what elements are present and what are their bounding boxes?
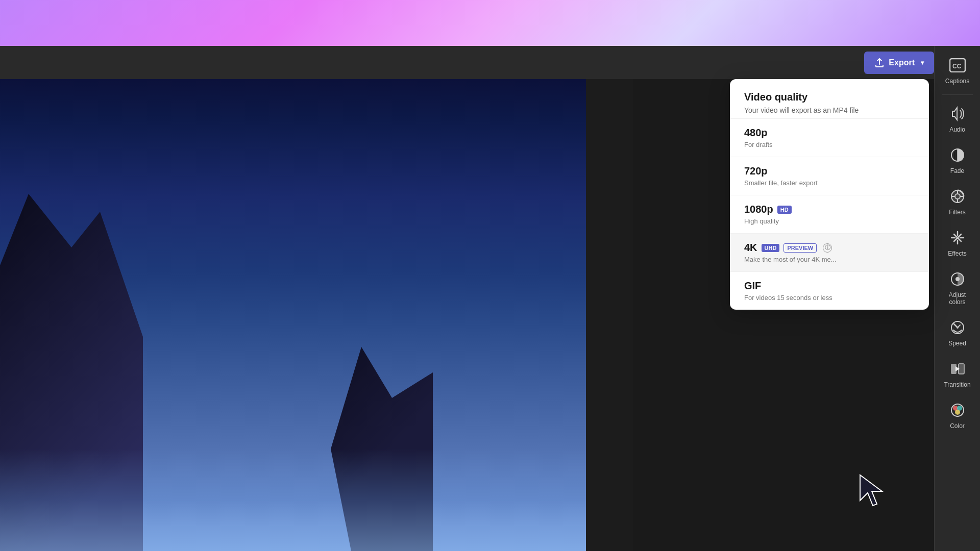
- captions-label: Captions: [945, 78, 969, 85]
- speed-icon: [948, 318, 967, 337]
- quality-option-4k[interactable]: 4K UHD PREVIEW ⓘ Make the most of your 4…: [730, 233, 929, 271]
- right-sidebar: CC Captions Audio Fade: [934, 46, 980, 551]
- cc-icon: CC: [948, 56, 967, 74]
- svg-point-19: [955, 277, 960, 281]
- audio-label: Audio: [949, 126, 965, 133]
- quality-name-480p: 480p: [744, 127, 915, 139]
- dropdown-title: Video quality: [744, 91, 915, 103]
- filters-label: Filters: [949, 209, 966, 216]
- preview-badge: PREVIEW: [783, 243, 817, 253]
- info-icon[interactable]: ⓘ: [823, 243, 832, 253]
- adjust-colors-icon: [948, 270, 967, 288]
- transition-icon: [948, 360, 967, 378]
- export-button[interactable]: Export ▾: [864, 52, 934, 74]
- fade-icon: [948, 146, 967, 164]
- quality-desc-1080p: High quality: [744, 217, 915, 225]
- filters-icon: [948, 187, 967, 206]
- effects-label: Effects: [948, 250, 966, 257]
- quality-desc-480p: For drafts: [744, 141, 915, 148]
- quality-desc-4k: Make the most of your 4K me...: [744, 256, 915, 263]
- transition-label: Transition: [944, 381, 970, 388]
- sidebar-item-fade[interactable]: Fade: [937, 141, 978, 180]
- sidebar-item-color[interactable]: Color: [937, 396, 978, 435]
- dropdown-header: Video quality Your video will export as …: [730, 79, 929, 118]
- header-toolbar: Export ▾: [0, 46, 980, 79]
- editor-area: [0, 46, 633, 551]
- sidebar-item-adjust-colors[interactable]: Adjust colors: [937, 265, 978, 311]
- svg-point-21: [957, 327, 959, 329]
- export-label: Export: [889, 58, 915, 67]
- quality-option-480p[interactable]: 480p For drafts: [730, 118, 929, 157]
- cursor-arrow: [857, 472, 888, 510]
- effects-icon: [948, 229, 967, 247]
- fade-label: Fade: [950, 167, 964, 174]
- sidebar-item-effects[interactable]: Effects: [937, 223, 978, 262]
- quality-name-720p: 720p: [744, 165, 915, 177]
- color-icon: [948, 401, 967, 419]
- upload-icon: [874, 58, 885, 68]
- waves: [0, 449, 586, 551]
- quality-name-gif: GIF: [744, 280, 915, 292]
- sidebar-item-speed[interactable]: Speed: [937, 313, 978, 352]
- quality-option-1080p[interactable]: 1080p HD High quality: [730, 195, 929, 233]
- sidebar-divider-1: [942, 94, 973, 95]
- color-label: Color: [950, 422, 965, 430]
- sidebar-item-filters[interactable]: Filters: [937, 182, 978, 221]
- audio-icon: [948, 105, 967, 123]
- sidebar-item-captions[interactable]: CC Captions: [937, 51, 978, 90]
- quality-name-4k: 4K UHD PREVIEW ⓘ: [744, 242, 915, 254]
- quality-name-1080p: 1080p HD: [744, 204, 915, 215]
- quality-desc-gif: For videos 15 seconds or less: [744, 294, 915, 302]
- sidebar-item-transition[interactable]: Transition: [937, 355, 978, 393]
- speed-label: Speed: [948, 340, 966, 347]
- ocean-scene: [0, 46, 586, 551]
- hd-badge: HD: [777, 206, 792, 214]
- quality-option-gif[interactable]: GIF For videos 15 seconds or less: [730, 271, 929, 310]
- video-preview: [0, 46, 586, 551]
- adjust-colors-label: Adjust colors: [941, 291, 974, 306]
- quality-option-720p[interactable]: 720p Smaller file, faster export: [730, 157, 929, 195]
- quality-desc-720p: Smaller file, faster export: [744, 179, 915, 187]
- quality-dropdown: Video quality Your video will export as …: [730, 79, 929, 310]
- svg-point-27: [955, 410, 960, 415]
- dropdown-subtitle: Your video will export as an MP4 file: [744, 106, 915, 114]
- sidebar-item-audio[interactable]: Audio: [937, 99, 978, 138]
- svg-text:CC: CC: [952, 63, 962, 70]
- top-gradient-bar: [0, 0, 980, 46]
- uhd-badge: UHD: [762, 244, 780, 252]
- export-chevron: ▾: [921, 59, 924, 66]
